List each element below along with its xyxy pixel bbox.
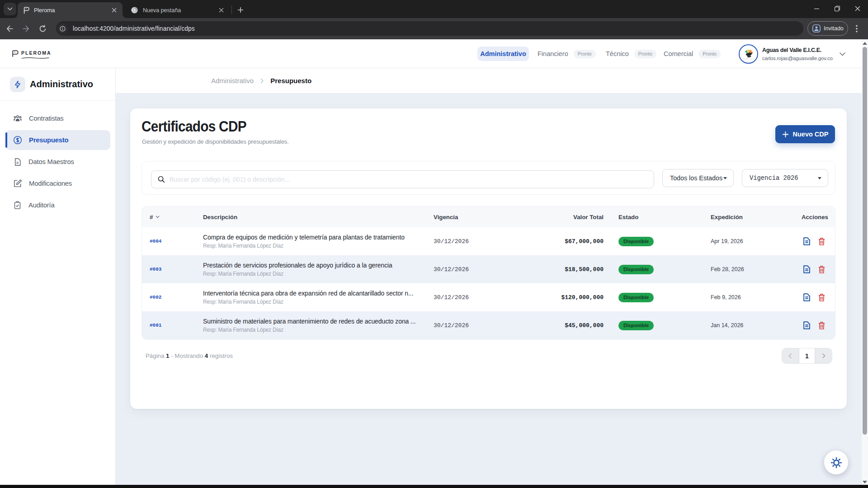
svg-text:AGUAS DEL VALLE E.I.C.E.: AGUAS DEL VALLE E.I.C.E. [742,58,755,59]
